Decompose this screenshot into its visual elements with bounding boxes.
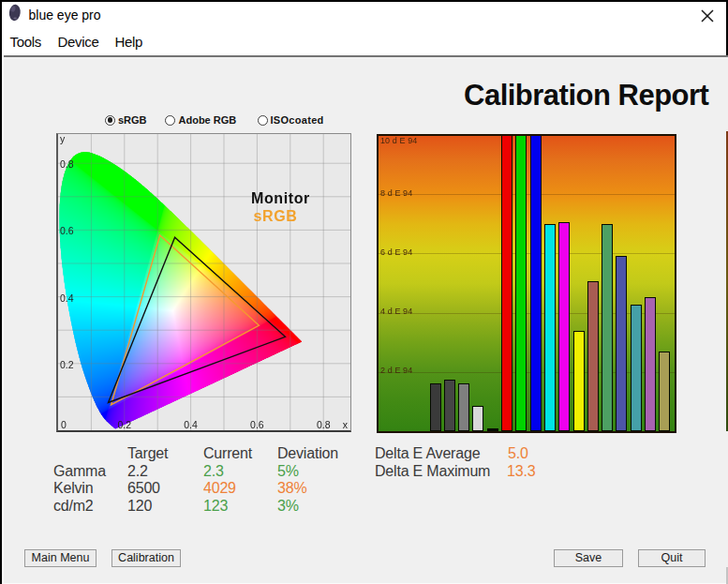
svg-text:0.6: 0.6 — [60, 225, 74, 236]
svg-text:0.2: 0.2 — [117, 419, 131, 430]
svg-text:x: x — [343, 419, 349, 430]
svg-text:0.8: 0.8 — [317, 419, 331, 430]
svg-text:0.2: 0.2 — [60, 359, 74, 370]
svg-text:0.4: 0.4 — [60, 292, 74, 304]
svg-text:0.4: 0.4 — [184, 419, 198, 430]
svg-text:0.8: 0.8 — [60, 158, 74, 170]
svg-text:0: 0 — [61, 419, 67, 430]
svg-text:0.6: 0.6 — [250, 419, 264, 430]
svg-text:y: y — [60, 134, 66, 144]
